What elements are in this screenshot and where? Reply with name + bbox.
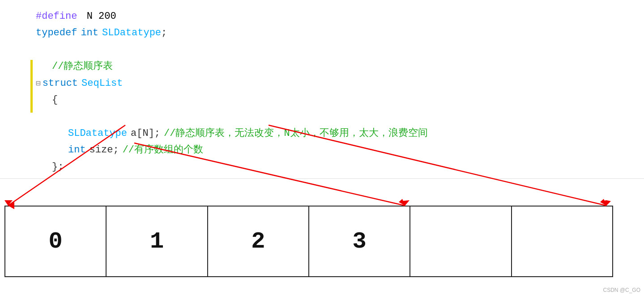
close-brace-semi: }; — [52, 159, 64, 175]
code-line-1: #define N 200 — [36, 8, 644, 25]
cell-value-2: 2 — [251, 228, 265, 255]
define-n: N 200 — [81, 8, 116, 25]
code-line-sldatatype: SLDatatype a[N]; //静态顺序表，无法改变，N太小，不够用，太大… — [36, 125, 644, 142]
field-a: a[N]; — [131, 125, 160, 142]
svg-marker-3 — [400, 200, 409, 206]
code-line-size: int size; //有序数组的个数 — [36, 142, 644, 158]
define-keyword: #define — [36, 8, 77, 25]
code-line-2: typedef int SLDatatype ; — [36, 25, 644, 41]
int-keyword: int — [81, 25, 98, 41]
code-line-blank1 — [36, 42, 644, 58]
collapse-icon: ⊟ — [36, 77, 41, 91]
seqlist-name: SeqList — [81, 75, 123, 92]
semicolon: ; — [161, 25, 167, 41]
sldatatype-name: SLDatatype — [102, 25, 161, 41]
array-cell-0: 0 — [5, 206, 107, 276]
svg-marker-7 — [399, 199, 405, 206]
comment-size: //有序数组的个数 — [123, 142, 203, 158]
array-cell-2: 2 — [208, 206, 309, 276]
comment-static-list: //静态顺序表 — [52, 58, 113, 75]
cell-value-1: 1 — [150, 228, 164, 255]
yellow-bar — [30, 60, 33, 113]
array-cell-3: 3 — [309, 206, 410, 276]
code-line-close-brace: }; — [36, 159, 644, 175]
array-diagram: 0 1 2 3 — [4, 206, 613, 277]
svg-marker-1 — [4, 200, 13, 206]
array-cell-4 — [410, 206, 512, 276]
cell-value-3: 3 — [353, 228, 367, 255]
code-line-open-brace: { — [36, 92, 644, 108]
struct-keyword: struct — [43, 75, 78, 92]
typedef-keyword: typedef — [36, 25, 77, 41]
comment-static-array: //静态顺序表，无法改变，N太小，不够用，太大，浪费空间 — [164, 125, 428, 142]
open-brace: { — [52, 92, 58, 108]
watermark: CSDN @C_GO — [603, 287, 640, 293]
array-cell-5 — [512, 206, 612, 276]
array-cell-1: 1 — [107, 206, 208, 276]
cell-value-0: 0 — [49, 228, 63, 255]
svg-marker-8 — [600, 199, 606, 206]
int-size-keyword: int — [68, 142, 86, 158]
sltype-keyword: SLDatatype — [68, 125, 127, 142]
field-size: size; — [90, 142, 119, 158]
code-line-blank2 — [36, 108, 644, 125]
code-line-struct: ⊟ struct SeqList — [36, 75, 644, 92]
svg-marker-5 — [601, 200, 611, 206]
code-area: #define N 200 typedef int SLDatatype ; /… — [0, 0, 644, 179]
code-line-comment1: //静态顺序表 — [36, 58, 644, 75]
